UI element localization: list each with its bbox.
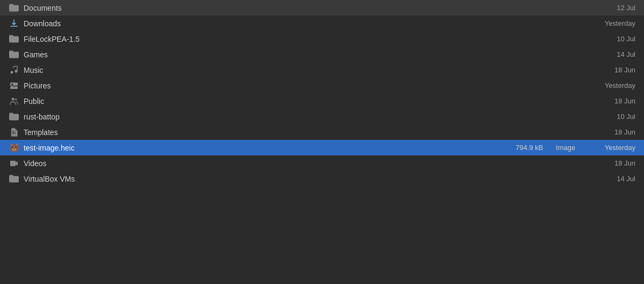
file-name: Public bbox=[24, 97, 507, 106]
folder-icon bbox=[9, 34, 19, 44]
file-row-games[interactable]: Games14 Jul bbox=[0, 47, 644, 62]
file-date: 18 Jun bbox=[582, 66, 635, 74]
file-row-downloads[interactable]: DownloadsYesterday bbox=[0, 16, 644, 31]
file-name: Videos bbox=[24, 159, 507, 168]
file-row-rust-battop[interactable]: rust-battop10 Jul bbox=[0, 109, 644, 124]
video-icon bbox=[9, 158, 19, 169]
file-name: FileLockPEA-1.5 bbox=[24, 35, 507, 43]
svg-point-3 bbox=[12, 84, 13, 85]
file-date: 18 Jun bbox=[582, 97, 635, 105]
empty-area bbox=[0, 186, 644, 284]
file-row-test-image[interactable]: 🐻test-image.heic794.9 kBImageYesterday bbox=[0, 140, 644, 155]
svg-rect-6 bbox=[10, 161, 16, 166]
download-icon bbox=[9, 18, 19, 29]
file-row-documents[interactable]: Documents12 Jul bbox=[0, 0, 644, 16]
file-row-filelock[interactable]: FileLockPEA-1.510 Jul bbox=[0, 31, 644, 47]
file-date: 12 Jul bbox=[582, 4, 635, 12]
file-date: 18 Jun bbox=[582, 159, 635, 167]
svg-point-5 bbox=[15, 98, 17, 100]
people-icon bbox=[9, 96, 19, 107]
image-icon: 🐻 bbox=[9, 143, 19, 153]
svg-point-4 bbox=[12, 98, 14, 100]
file-row-music[interactable]: Music18 Jun bbox=[0, 62, 644, 78]
file-row-virtualbox[interactable]: VirtualBox VMs14 Jul bbox=[0, 171, 644, 186]
svg-point-0 bbox=[11, 71, 13, 73]
file-name: Pictures bbox=[24, 81, 507, 90]
file-name: rust-battop bbox=[24, 113, 507, 121]
file-row-templates[interactable]: Templates18 Jun bbox=[0, 124, 644, 140]
file-type: Image bbox=[550, 144, 582, 152]
music-icon bbox=[9, 65, 19, 76]
file-row-pictures[interactable]: PicturesYesterday bbox=[0, 78, 644, 93]
file-row-public[interactable]: Public18 Jun bbox=[0, 93, 644, 109]
template-icon bbox=[9, 127, 19, 138]
file-name: Templates bbox=[24, 128, 507, 137]
svg-point-1 bbox=[15, 70, 18, 72]
file-date: 14 Jul bbox=[582, 50, 635, 58]
file-date: Yesterday bbox=[582, 144, 635, 152]
file-name: Games bbox=[24, 50, 507, 59]
file-name: Documents bbox=[24, 4, 507, 12]
file-row-videos[interactable]: Videos18 Jun bbox=[0, 155, 644, 171]
file-date: 10 Jul bbox=[582, 35, 635, 43]
folder-icon bbox=[9, 3, 19, 13]
folder-icon bbox=[9, 174, 19, 184]
file-date: 14 Jul bbox=[582, 175, 635, 183]
file-date: 10 Jul bbox=[582, 113, 635, 121]
folder-icon bbox=[9, 111, 19, 122]
file-date: 18 Jun bbox=[582, 128, 635, 136]
folder-icon bbox=[9, 49, 19, 60]
file-name: test-image.heic bbox=[24, 144, 507, 152]
pictures-icon bbox=[9, 80, 19, 91]
file-date: Yesterday bbox=[582, 19, 635, 27]
file-size: 794.9 kB bbox=[507, 144, 550, 152]
file-date: Yesterday bbox=[582, 81, 635, 89]
file-name: VirtualBox VMs bbox=[24, 175, 507, 183]
file-name: Downloads bbox=[24, 19, 507, 28]
file-list: Documents12 Jul DownloadsYesterday FileL… bbox=[0, 0, 644, 284]
file-name: Music bbox=[24, 66, 507, 74]
